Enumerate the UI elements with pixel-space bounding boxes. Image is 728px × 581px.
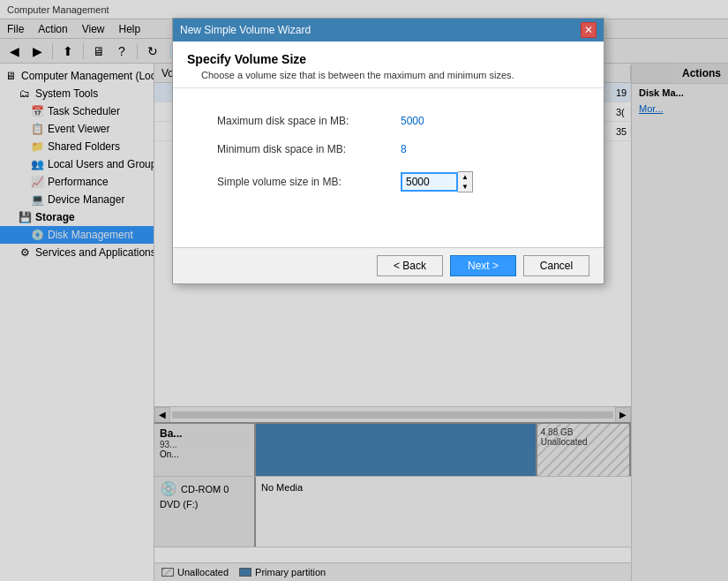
- spinner-up-btn[interactable]: ▲: [458, 172, 472, 182]
- form-row-max: Maximum disk space in MB: 5000: [217, 115, 559, 127]
- wizard-title: New Simple Volume Wizard: [180, 24, 311, 36]
- wizard-close-button[interactable]: ✕: [581, 22, 597, 38]
- wizard-description: Choose a volume size that is between the…: [187, 70, 589, 80]
- spinner-buttons: ▲ ▼: [458, 171, 473, 192]
- wizard-body: Maximum disk space in MB: 5000 Minimum d…: [173, 88, 604, 247]
- max-disk-value: 5000: [401, 115, 424, 127]
- max-disk-label: Maximum disk space in MB:: [217, 115, 394, 127]
- wizard-footer: < Back Next > Cancel: [173, 247, 604, 283]
- wizard-titlebar: New Simple Volume Wizard ✕: [173, 19, 604, 42]
- form-row-size: Simple volume size in MB: ▲ ▼: [217, 171, 559, 192]
- volume-size-label: Simple volume size in MB:: [217, 176, 394, 188]
- spinner-down-btn[interactable]: ▼: [458, 182, 472, 192]
- min-disk-value: 8: [401, 143, 407, 155]
- wizard-heading: Specify Volume Size: [187, 52, 589, 66]
- min-disk-label: Minimum disk space in MB:: [217, 143, 394, 155]
- modal-overlay: New Simple Volume Wizard ✕ Specify Volum…: [0, 0, 728, 581]
- cancel-button[interactable]: Cancel: [523, 255, 589, 276]
- wizard-dialog: New Simple Volume Wizard ✕ Specify Volum…: [172, 18, 604, 284]
- wizard-header: Specify Volume Size Choose a volume size…: [173, 42, 604, 88]
- form-row-min: Minimum disk space in MB: 8: [217, 143, 559, 155]
- back-button[interactable]: < Back: [377, 255, 443, 276]
- volume-size-input[interactable]: [401, 172, 458, 192]
- volume-size-spinner: ▲ ▼: [401, 171, 473, 192]
- next-button[interactable]: Next >: [450, 255, 516, 276]
